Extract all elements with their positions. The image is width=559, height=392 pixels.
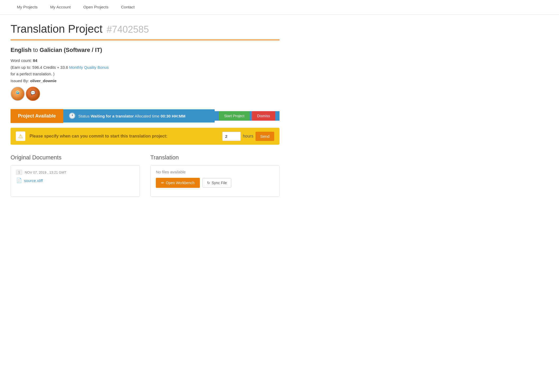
warning-input-group: hours Send (222, 132, 274, 141)
project-title: Translation Project (11, 23, 103, 35)
status-label: Project Available (11, 109, 63, 123)
pencil-icon: ✏ (161, 181, 164, 185)
translation-card: No files available ✏ Open Workbench ↻ Sy… (150, 165, 280, 197)
status-info: 🕐 Status Waiting for a translator Alloca… (63, 109, 215, 122)
file-icon: 📄 (16, 178, 22, 183)
doc-date: NOV 07, 2019 , 13:21 GMT (25, 170, 66, 174)
status-value: Waiting for a translator (91, 114, 134, 118)
nav-contact[interactable]: Contact (115, 0, 141, 14)
earn-line: (Earn up to: 596.4 Credits + 33.6 Monthl… (11, 64, 280, 71)
original-documents-card: 1 NOV 07, 2019 , 13:21 GMT 📄 source.xlif… (11, 165, 140, 197)
hours-input[interactable] (222, 132, 241, 141)
earn-suffix-line: for a perfect translation. ) (11, 71, 280, 77)
svg-text:💬: 💬 (30, 90, 36, 95)
word-count-label: Word count: (11, 58, 32, 63)
language-to-prefix: to (33, 47, 40, 53)
status-actions: Start Project Dismiss (215, 111, 280, 121)
translation-heading: Translation (150, 154, 280, 161)
allocated-time: 00:30 HH:MM (161, 114, 185, 118)
nav-my-account[interactable]: My Account (44, 0, 77, 14)
project-id: #7402585 (107, 24, 149, 35)
language-to: Galician (Software / IT) (40, 47, 102, 53)
earn-suffix: for a perfect translation. ) (11, 72, 55, 76)
issued-by-line: Issued By: oliver_downie (11, 77, 280, 84)
svg-text:🌍: 🌍 (16, 91, 20, 94)
avatar-2: 💬 (26, 87, 40, 101)
page-content: Translation Project #7402585 English to … (0, 15, 290, 205)
issued-by-label: Issued By: (11, 79, 29, 83)
status-text: Status Waiting for a translator Allocate… (78, 114, 185, 118)
warning-bar: ⚠ Please specify when can you commit to … (11, 128, 280, 145)
open-workbench-button[interactable]: ✏ Open Workbench (156, 178, 200, 188)
dismiss-button[interactable]: Dismiss (252, 111, 275, 121)
warning-message: Please specify when can you commit to st… (30, 134, 218, 139)
documents-section: Original Documents 1 NOV 07, 2019 , 13:2… (11, 154, 280, 197)
status-prefix: Status (78, 114, 90, 118)
sync-file-button[interactable]: ↻ Sync File (203, 178, 232, 188)
original-documents-heading: Original Documents (11, 154, 140, 161)
original-documents: Original Documents 1 NOV 07, 2019 , 13:2… (11, 154, 140, 197)
earn-label: (Earn up to: 596.4 Credits + 33.6 (11, 65, 68, 70)
status-bar: Project Available 🕐 Status Waiting for a… (11, 108, 280, 124)
no-files-text: No files available (156, 170, 274, 174)
nav-open-projects[interactable]: Open Projects (77, 0, 115, 14)
start-project-button[interactable]: Start Project (219, 111, 250, 121)
translation-actions: ✏ Open Workbench ↻ Sync File (156, 178, 274, 188)
translation-panel: Translation No files available ✏ Open Wo… (150, 154, 280, 197)
language-heading: English to Galician (Software / IT) (11, 47, 280, 53)
avatars: 🌍 💬 (11, 87, 280, 101)
title-divider (11, 40, 280, 40)
word-count-line: Word count: 84 (11, 57, 280, 64)
doc-number: 1 (16, 170, 22, 175)
language-from: English (11, 47, 31, 53)
allocated-label: Allocated time (135, 114, 160, 118)
project-meta: Word count: 84 (Earn up to: 596.4 Credit… (11, 57, 280, 84)
hours-label: hours (243, 134, 253, 139)
avatar-1: 🌍 (11, 87, 25, 101)
clock-icon: 🕐 (69, 112, 76, 119)
doc-file: 📄 source.xliff (16, 178, 134, 183)
word-count-value: 84 (33, 58, 37, 63)
monthly-quality-bonus-link[interactable]: Monthly Quality Bonus (69, 65, 109, 70)
sync-button-label: Sync File (212, 181, 227, 185)
source-file-link[interactable]: source.xliff (24, 178, 43, 183)
issued-by-user: oliver_downie (30, 79, 56, 83)
project-title-section: Translation Project #7402585 (11, 23, 280, 35)
send-button[interactable]: Send (256, 132, 274, 141)
nav-my-projects[interactable]: My Projects (11, 0, 44, 14)
sync-icon: ↻ (207, 181, 210, 185)
workbench-button-label: Open Workbench (166, 181, 195, 185)
doc-meta: 1 NOV 07, 2019 , 13:21 GMT (16, 170, 134, 175)
navigation: My Projects My Account Open Projects Con… (0, 0, 559, 15)
warning-icon: ⚠ (16, 131, 25, 141)
